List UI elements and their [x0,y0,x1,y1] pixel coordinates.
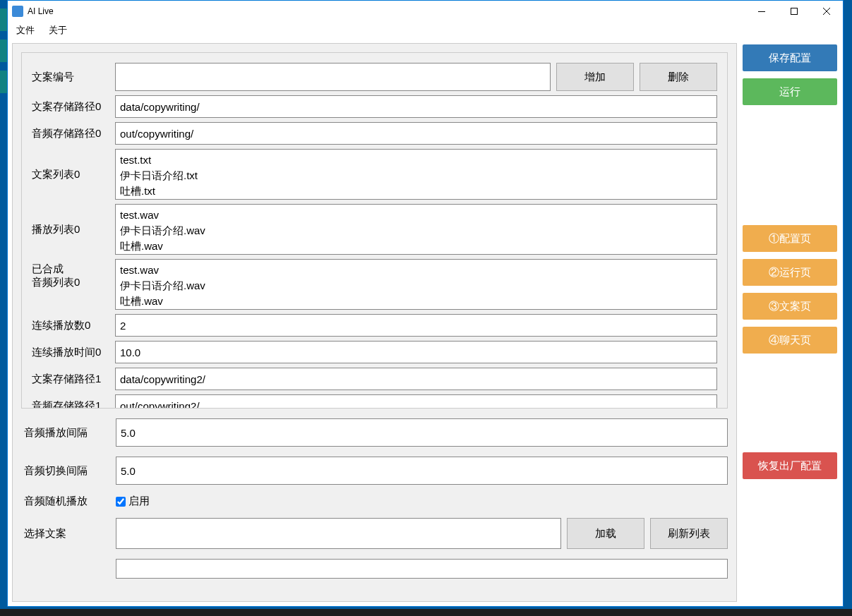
input-audio-path0[interactable] [115,122,717,145]
row-store-path0: 文案存储路径0 [32,95,717,118]
maximize-button[interactable] [778,1,810,22]
row-audio-interval: 音频播放间隔 [21,418,728,447]
label-select: 选择文案 [24,527,116,540]
menu-file[interactable]: 文件 [12,23,39,38]
titlebar: AI Live [8,1,843,22]
label-switch-interval: 音频切换间隔 [24,464,116,478]
row-audio-path0: 音频存储路径0 [32,122,717,145]
app-icon [12,6,23,17]
input-audio-interval[interactable] [116,418,728,447]
menubar: 文件 关于 [8,22,843,39]
row-playlist0: 播放列表0 [32,204,717,255]
page4-button[interactable]: ④聊天页 [743,327,837,354]
label-list0: 文案列表0 [32,168,115,181]
window-controls [745,1,843,22]
row-playtime0: 连续播放时间0 [32,341,717,363]
app-window: AI Live 文件 关于 文案编号 增加 删除 [7,0,844,607]
side-panel: 保存配置 运行 ①配置页 ②运行页 ③文案页 ④聊天页 恢复出厂配置 [741,43,839,602]
label-store-path0: 文案存储路径0 [32,100,115,114]
close-icon [823,8,830,15]
refresh-button[interactable]: 刷新列表 [650,518,728,549]
main-panel[interactable]: 文案编号 增加 删除 文案存储路径0 音频存储路径0 文案列表0 [12,43,737,602]
input-playtime0[interactable] [115,341,717,363]
input-audio-path1[interactable] [115,394,717,409]
textarea-playlist0[interactable] [115,204,717,255]
delete-button[interactable]: 删除 [640,63,717,91]
label-playcount0: 连续播放数0 [32,319,115,332]
label-audio-interval: 音频播放间隔 [24,426,116,440]
svg-rect-1 [791,8,798,15]
minimize-button[interactable] [745,1,778,22]
minimize-icon [758,11,765,12]
window-title: AI Live [28,6,54,16]
label-playtime0: 连续播放时间0 [32,346,115,359]
input-extra[interactable] [116,559,728,579]
svg-rect-0 [758,11,765,12]
page2-button[interactable]: ②运行页 [743,259,837,286]
row-switch-interval: 音频切换间隔 [21,457,728,485]
input-store-path0[interactable] [115,95,717,118]
page3-button[interactable]: ③文案页 [743,293,837,320]
checkbox-random-label: 启用 [128,495,150,508]
row-synth0: 已合成 音频列表0 [32,259,717,310]
label-random: 音频随机播放 [24,495,116,508]
row-number: 文案编号 增加 删除 [32,63,717,91]
maximize-icon [791,8,798,15]
row-extra [21,559,728,579]
textarea-list0[interactable] [115,149,717,200]
close-button[interactable] [810,1,843,22]
label-audio-path0: 音频存储路径0 [32,127,115,140]
run-button[interactable]: 运行 [743,78,837,105]
label-playlist0: 播放列表0 [32,223,115,236]
row-audio-path1: 音频存储路径1 [32,394,717,409]
row-playcount0: 连续播放数0 [32,314,717,337]
label-synth0: 已合成 音频列表0 [32,259,115,310]
input-select[interactable] [116,518,561,549]
checkbox-random-wrap[interactable]: 启用 [116,495,150,508]
save-config-button[interactable]: 保存配置 [743,44,837,71]
side-gap [743,112,837,218]
side-spacer [743,486,837,600]
taskbar[interactable] [0,609,852,616]
page1-button[interactable]: ①配置页 [743,225,837,252]
input-playcount0[interactable] [115,314,717,337]
reset-button[interactable]: 恢复出厂配置 [743,452,837,479]
menu-about[interactable]: 关于 [44,23,71,38]
row-list0: 文案列表0 [32,149,717,200]
row-select: 选择文案 加载 刷新列表 [21,518,728,549]
textarea-synth0[interactable] [115,259,717,310]
input-number[interactable] [115,63,551,91]
add-button[interactable]: 增加 [556,63,634,91]
label-store-path1: 文案存储路径1 [32,373,115,386]
input-store-path1[interactable] [115,368,717,390]
inner-group[interactable]: 文案编号 增加 删除 文案存储路径0 音频存储路径0 文案列表0 [21,52,728,409]
side-gap2 [743,361,837,445]
checkbox-random[interactable] [116,497,126,507]
input-switch-interval[interactable] [116,457,728,485]
row-store-path1: 文案存储路径1 [32,368,717,390]
row-random: 音频随机播放 启用 [21,495,728,508]
label-audio-path1: 音频存储路径1 [32,399,115,409]
load-button[interactable]: 加载 [567,518,644,549]
client-area: 文案编号 增加 删除 文案存储路径0 音频存储路径0 文案列表0 [8,39,843,606]
label-number: 文案编号 [32,71,115,84]
